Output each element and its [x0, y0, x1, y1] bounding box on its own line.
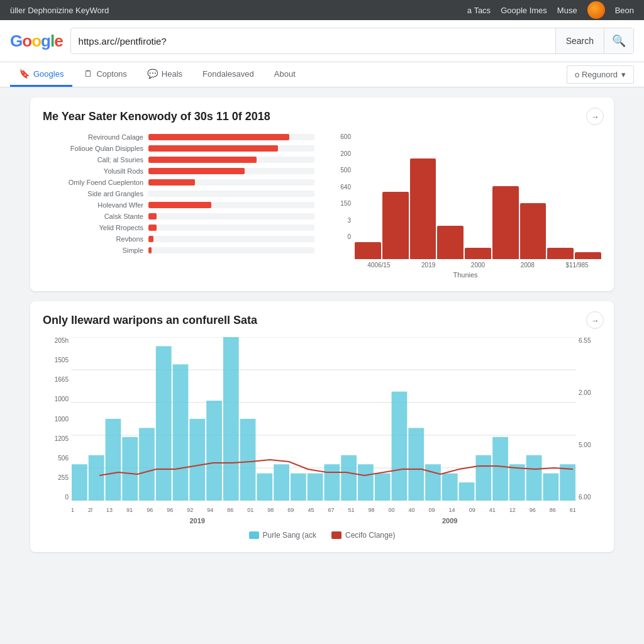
chart2-bar [459, 482, 475, 501]
vbar-bar [465, 248, 491, 259]
browser-nav-muse[interactable]: Muse [557, 6, 577, 15]
hbar-fill [148, 213, 157, 219]
chart2-x-label: 41 [489, 507, 496, 513]
tab-heals[interactable]: 💬 Heals [138, 62, 191, 87]
chart2-x-label: 86 [550, 507, 556, 513]
chart2-bar [341, 455, 357, 501]
chart2-y-left-label: 0 [65, 494, 69, 501]
tab-coptons-label: Coptons [96, 69, 126, 79]
vbar-y-label: 200 [340, 150, 351, 157]
tools-button-label: o Regunord [575, 70, 618, 79]
card-1-title: Me Year Sater Kenowody of 30s 11 0f 2018 [43, 110, 601, 123]
browser-nav-imes[interactable]: Goople Imes [501, 6, 547, 15]
tools-button[interactable]: o Regunord ▾ [567, 65, 634, 84]
vbar-area: 60020050064015030 [330, 133, 601, 259]
browser-nav-beon[interactable]: Beon [615, 6, 634, 15]
hbar-row: Reviround Calage [43, 133, 314, 141]
browser-nav-tacs[interactable]: a Tacs [467, 6, 491, 15]
legend-label: Purle Sang (ack [263, 531, 316, 540]
hbar-row: Yolusilt Rods [43, 167, 314, 175]
chart2-bar [122, 437, 138, 501]
legend-item: Purle Sang (ack [249, 531, 316, 540]
hbar-track [148, 168, 314, 174]
chart2-bar [543, 474, 558, 501]
chart2-x-label: 00 [389, 507, 395, 513]
hbar-fill [148, 247, 152, 253]
vbar-bar [520, 203, 547, 259]
hbar-label: Yolusilt Rods [43, 167, 143, 175]
hbar-label: Holevand Wfer [43, 201, 143, 209]
chart2-y-left-label: 1665 [55, 376, 69, 383]
chart2-bar [72, 464, 87, 501]
tab-about[interactable]: About [265, 63, 304, 87]
vbar-chart-wrap: 60020050064015030 4006/15201920002008$11… [330, 133, 601, 279]
chart2-container: 205h150516651000100012055062550 6.552.00… [43, 337, 601, 526]
hbar-fill [148, 168, 245, 174]
vbar-y-label: 0 [347, 233, 351, 240]
hbar-fill [148, 225, 157, 231]
browser-nav: a Tacs Goople Imes Muse Beon [467, 1, 634, 19]
vbar-y-label: 500 [340, 167, 351, 174]
hbar-row: Holevand Wfer [43, 201, 314, 209]
vbar-x-label: 2000 [454, 262, 502, 269]
search-icon-button[interactable]: 🔍 [604, 28, 633, 54]
chart2-x-label: 2l [88, 507, 92, 513]
hbar-track [148, 213, 314, 219]
search-bar-container: Google Search 🔍 [0, 20, 644, 62]
chart2-y-left: 205h150516651000100012055062550 [43, 337, 71, 501]
chart2-bar [274, 464, 289, 501]
hbar-track [148, 247, 314, 253]
vbar-x-axis: 4006/15201920002008$11/985 [330, 262, 601, 269]
chart2-bar [560, 464, 575, 501]
chart2-x-label: 40 [409, 507, 415, 513]
vbar-bar [410, 158, 436, 259]
chart2-y-left-label: 1505 [55, 357, 69, 364]
vbar-bar [382, 192, 409, 259]
tab-googles[interactable]: 🔖 Googles [10, 62, 72, 87]
vbar-bar [492, 186, 519, 259]
chart2-x-label: 94 [207, 507, 213, 513]
hbar-fill [148, 202, 211, 208]
chart2-bar [106, 419, 121, 501]
hbar-label: Folioue Qulan Disipples [43, 145, 143, 152]
vbar-x-label: 2019 [404, 262, 453, 269]
chart2-y-left-label: 255 [58, 474, 69, 481]
chart2-x-label: 09 [469, 507, 475, 513]
hbar-track [148, 202, 314, 208]
search-input[interactable] [71, 36, 555, 47]
hbar-track [148, 236, 314, 242]
vbar-y-label: 600 [340, 133, 351, 140]
chart2-x-label: 98 [368, 507, 374, 513]
chart2-bar [291, 474, 306, 501]
hbar-row: Calsk Stante [43, 213, 314, 220]
chart2-bar [89, 455, 104, 501]
chart2-legend: Purle Sang (ack Cecifo Clange) [43, 531, 601, 540]
chart2-y-right-label: 5.00 [579, 441, 591, 448]
hbar-label: Call; al Ssuries [43, 156, 143, 164]
chart2-bar [408, 428, 424, 501]
hbar-row: Folioue Qulan Disipples [43, 145, 314, 152]
legend-color [331, 531, 341, 539]
chart2-bar [526, 455, 542, 501]
chart2-y-left-label: 1205 [55, 435, 69, 442]
hbar-label: Yelid Rropects [43, 224, 143, 231]
hbar-label: Revbons [43, 235, 143, 243]
hbar-track [148, 134, 314, 140]
chart2-bar [139, 428, 155, 501]
chart2-x-label: 12 [509, 507, 516, 513]
chart2-year-labels: 20192009 [71, 517, 576, 525]
tab-fondalesaved[interactable]: Fondalesaved [194, 63, 263, 87]
chart2-bar [308, 474, 323, 501]
tab-coptons[interactable]: 🗒 Coptons [75, 62, 135, 87]
card-2-arrow[interactable]: → [586, 311, 604, 329]
card-1-arrow[interactable]: → [586, 108, 604, 125]
vbar-x-label: 4006/15 [355, 262, 403, 269]
chart2-bar [156, 346, 172, 501]
search-button[interactable]: Search [555, 28, 604, 54]
hbar-label: Side ard Grangles [43, 190, 143, 197]
chart2-x-label: 45 [308, 507, 314, 513]
vbar-y-label: 640 [340, 184, 351, 191]
chart2-x-label: 96 [167, 507, 173, 513]
avatar[interactable] [587, 1, 605, 19]
chart2-x-label: 67 [328, 507, 334, 513]
